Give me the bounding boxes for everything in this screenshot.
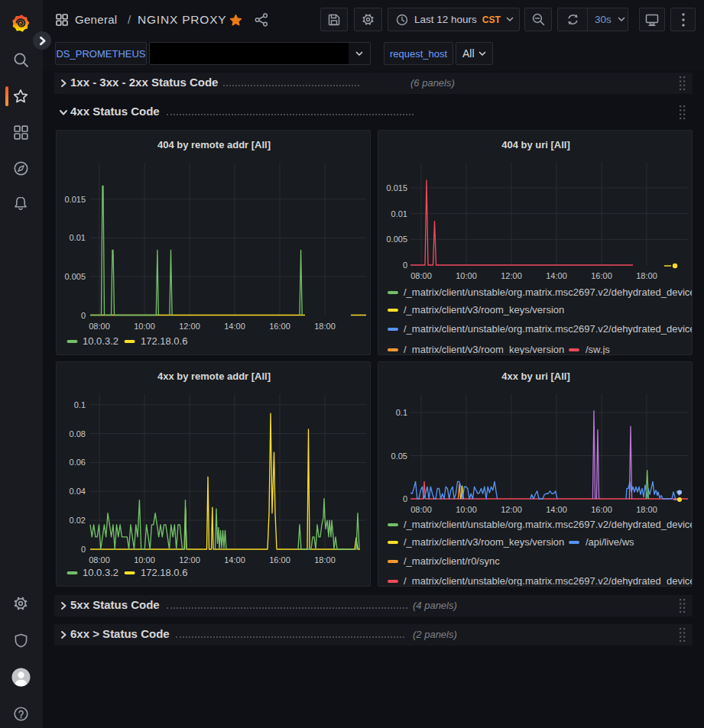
svg-text:08:00: 08:00 — [89, 322, 110, 331]
svg-text:0.1: 0.1 — [396, 408, 407, 417]
svg-text:/_matrix/client/unstable/org.m: /_matrix/client/unstable/org.matrix.msc2… — [404, 286, 693, 298]
svg-text:10.0.3.2: 10.0.3.2 — [83, 335, 118, 347]
svg-text:0: 0 — [403, 494, 407, 503]
svg-text:/sw.js: /sw.js — [586, 344, 610, 355]
svg-text:0.1: 0.1 — [74, 400, 86, 409]
svg-text:16:00: 16:00 — [591, 505, 612, 514]
svg-text:/_matrix/client/unstable/org.m: /_matrix/client/unstable/org.matrix.msc2… — [404, 575, 693, 587]
svg-text:0: 0 — [81, 545, 86, 554]
svg-text:14:00: 14:00 — [546, 505, 567, 514]
svg-text:14:00: 14:00 — [224, 555, 245, 565]
svg-text:10:00: 10:00 — [456, 505, 477, 514]
svg-text:0.005: 0.005 — [64, 272, 86, 281]
svg-text:08:00: 08:00 — [410, 271, 432, 280]
svg-text:/_matrix/client/v3/room_keys/v: /_matrix/client/v3/room_keys/version — [404, 536, 564, 548]
svg-text:14:00: 14:00 — [224, 322, 245, 331]
svg-text:0.08: 0.08 — [70, 429, 86, 438]
svg-text:/_matrix/client/r0/sync: /_matrix/client/r0/sync — [404, 555, 500, 567]
svg-text:0.01: 0.01 — [391, 209, 407, 218]
svg-text:4xx by remote addr [All]: 4xx by remote addr [All] — [157, 370, 271, 382]
svg-text:/api/live/ws: /api/live/ws — [586, 536, 634, 548]
svg-text:172.18.0.6: 172.18.0.6 — [141, 567, 187, 578]
svg-text:/_matrix/client/unstable/org.m: /_matrix/client/unstable/org.matrix.msc2… — [404, 519, 693, 530]
svg-text:/_matrix/client/v3/room_keys/v: /_matrix/client/v3/room_keys/version — [404, 304, 564, 315]
svg-text:0.005: 0.005 — [386, 235, 407, 244]
svg-text:18:00: 18:00 — [636, 271, 657, 280]
svg-text:0.06: 0.06 — [70, 458, 86, 467]
svg-text:16:00: 16:00 — [269, 322, 290, 331]
svg-text:404 by remote addr [All]: 404 by remote addr [All] — [157, 139, 271, 150]
svg-text:10:00: 10:00 — [134, 322, 155, 331]
svg-text:18:00: 18:00 — [636, 505, 657, 514]
svg-text:/_matrix/client/v3/room_keys/v: /_matrix/client/v3/room_keys/version — [404, 344, 564, 355]
svg-text:14:00: 14:00 — [546, 271, 567, 280]
svg-text:12:00: 12:00 — [179, 322, 200, 331]
svg-text:0: 0 — [81, 311, 86, 320]
svg-text:0: 0 — [403, 260, 407, 270]
svg-text:172.18.0.6: 172.18.0.6 — [141, 335, 187, 347]
svg-text:0.01: 0.01 — [70, 233, 86, 242]
svg-text:10.0.3.2: 10.0.3.2 — [83, 567, 118, 578]
svg-text:18:00: 18:00 — [314, 322, 336, 331]
svg-text:12:00: 12:00 — [501, 505, 522, 514]
svg-text:10:00: 10:00 — [456, 271, 477, 280]
svg-text:08:00: 08:00 — [410, 505, 432, 514]
svg-text:0.015: 0.015 — [386, 183, 407, 193]
svg-text:12:00: 12:00 — [501, 271, 522, 280]
svg-text:0.04: 0.04 — [70, 487, 86, 496]
svg-text:/_matrix/client/unstable/org.m: /_matrix/client/unstable/org.matrix.msc2… — [404, 323, 693, 335]
svg-text:0.015: 0.015 — [64, 195, 86, 204]
svg-text:404 by uri [All]: 404 by uri [All] — [501, 139, 570, 150]
svg-text:16:00: 16:00 — [591, 271, 612, 280]
svg-text:0.02: 0.02 — [70, 516, 86, 525]
svg-text:18:00: 18:00 — [314, 555, 336, 565]
svg-text:16:00: 16:00 — [269, 555, 290, 565]
svg-text:0.05: 0.05 — [391, 451, 407, 461]
svg-text:4xx by uri [All]: 4xx by uri [All] — [501, 370, 570, 382]
svg-text:10:00: 10:00 — [134, 555, 155, 565]
svg-text:12:00: 12:00 — [179, 555, 200, 565]
svg-text:08:00: 08:00 — [89, 555, 110, 565]
